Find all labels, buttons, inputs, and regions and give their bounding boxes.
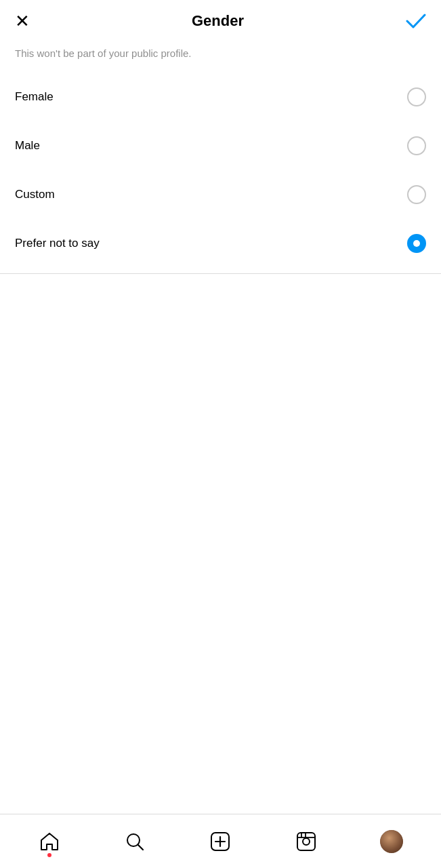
radio-custom[interactable] — [407, 185, 426, 204]
option-female-label: Female — [15, 90, 54, 104]
reels-icon — [295, 830, 318, 853]
content-spacer — [0, 274, 441, 814]
add-icon — [209, 830, 232, 853]
option-male-label: Male — [15, 139, 40, 153]
option-male[interactable]: Male — [0, 121, 441, 170]
radio-male[interactable] — [407, 136, 426, 155]
confirm-button[interactable] — [406, 13, 426, 29]
home-notification-dot — [47, 853, 51, 857]
option-prefer-not-label: Prefer not to say — [15, 237, 100, 250]
gender-options-list: Female Male Custom Prefer not to say — [0, 73, 441, 268]
page-title: Gender — [192, 12, 244, 30]
svg-rect-5 — [297, 833, 315, 850]
nav-home[interactable] — [27, 825, 72, 859]
search-icon — [123, 830, 146, 853]
nav-create[interactable] — [198, 825, 243, 859]
radio-female[interactable] — [407, 87, 426, 106]
header: ✕ Gender — [0, 0, 441, 42]
svg-point-6 — [303, 838, 310, 845]
radio-prefer-not[interactable] — [407, 234, 426, 253]
nav-profile[interactable] — [369, 825, 414, 859]
option-custom[interactable]: Custom — [0, 170, 441, 219]
option-custom-label: Custom — [15, 188, 55, 201]
close-button[interactable]: ✕ — [15, 12, 30, 30]
bottom-navigation — [0, 814, 441, 868]
avatar-image — [380, 830, 403, 853]
svg-line-1 — [138, 844, 144, 850]
profile-avatar — [380, 830, 403, 853]
option-female[interactable]: Female — [0, 73, 441, 121]
nav-reels[interactable] — [284, 825, 329, 859]
option-prefer-not[interactable]: Prefer not to say — [0, 219, 441, 268]
subtitle-text: This won't be part of your public profil… — [0, 42, 441, 73]
home-icon — [38, 830, 61, 853]
nav-search[interactable] — [112, 825, 157, 859]
